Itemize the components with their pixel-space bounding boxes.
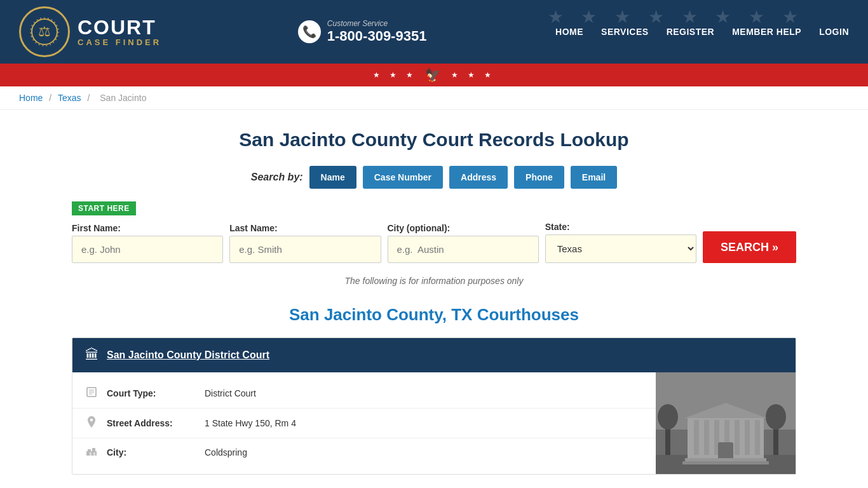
courthouse-name-link[interactable]: San Jacinto County District Court xyxy=(107,349,269,361)
detail-row-type: Court Type: District Court xyxy=(72,379,656,409)
eagle-bar: ★ ★ ★ 🦅 ★ ★ ★ xyxy=(0,64,868,86)
logo-emblem: ⚖ xyxy=(19,6,70,57)
first-name-input[interactable] xyxy=(72,236,223,263)
first-name-label: First Name: xyxy=(72,223,223,233)
nav-login[interactable]: LOGIN xyxy=(819,27,849,37)
address-value: 1 State Hwy 150, Rm 4 xyxy=(205,418,296,428)
tab-name[interactable]: Name xyxy=(309,166,356,189)
phone-label: Customer Service xyxy=(327,19,427,28)
state-select[interactable]: Texas Alabama Alaska Arizona Arkansas Ca… xyxy=(545,234,696,263)
search-form-row: First Name: Last Name: City (optional): … xyxy=(72,222,796,263)
city-input[interactable] xyxy=(388,236,539,263)
courthouse-details: Court Type: District Court Street Addres… xyxy=(72,372,656,474)
last-name-group: Last Name: xyxy=(229,223,381,263)
courthouses-title: San Jacinto County, TX Courthouses xyxy=(72,305,796,325)
courthouse-card: 🏛 San Jacinto County District Court Cour… xyxy=(72,337,796,475)
address-icon xyxy=(85,416,98,430)
info-note: The following is for information purpose… xyxy=(72,276,796,286)
svg-rect-9 xyxy=(88,449,91,452)
search-button[interactable]: SEARCH » xyxy=(703,231,796,263)
svg-rect-10 xyxy=(92,448,95,452)
svg-text:⚖: ⚖ xyxy=(38,24,51,39)
court-type-value: District Court xyxy=(205,388,256,398)
main-nav: HOME SERVICES REGISTER MEMBER HELP LOGIN xyxy=(555,27,849,37)
svg-rect-33 xyxy=(656,372,796,474)
court-type-icon xyxy=(85,386,98,400)
courthouse-header: 🏛 San Jacinto County District Court xyxy=(72,338,796,372)
eagle-icon: 🦅 xyxy=(425,67,444,83)
city-label: City (optional): xyxy=(388,223,539,233)
detail-row-address: Street Address: 1 State Hwy 150, Rm 4 xyxy=(72,409,656,438)
courthouse-image xyxy=(656,372,796,474)
stars-right: ★ ★ ★ xyxy=(451,71,496,79)
phone-icon: 📞 xyxy=(298,20,321,43)
site-header: ⚖ COURT CASE FINDER 📞 Customer Service 1… xyxy=(0,0,868,64)
nav-home[interactable]: HOME xyxy=(555,27,583,37)
breadcrumb-sep-1: / xyxy=(49,93,54,103)
breadcrumb: Home / Texas / San Jacinto xyxy=(0,86,868,110)
city-value: Coldspring xyxy=(205,447,247,458)
tab-case-number[interactable]: Case Number xyxy=(363,166,443,189)
stars-left: ★ ★ ★ xyxy=(373,71,417,79)
eagle-center: ★ ★ ★ 🦅 ★ ★ ★ xyxy=(373,67,495,83)
city-icon xyxy=(85,446,98,459)
nav-register[interactable]: REGISTER xyxy=(667,27,715,37)
search-by-row: Search by: Name Case Number Address Phon… xyxy=(72,166,796,189)
tab-email[interactable]: Email xyxy=(571,166,617,189)
logo-text: COURT CASE FINDER xyxy=(70,12,169,52)
svg-rect-12 xyxy=(93,452,95,456)
start-here-badge: START HERE xyxy=(72,201,136,215)
tab-address[interactable]: Address xyxy=(449,166,508,189)
court-type-label: Court Type: xyxy=(107,388,196,398)
city-label-detail: City: xyxy=(107,447,196,458)
breadcrumb-home[interactable]: Home xyxy=(19,93,43,103)
detail-row-city: City: Coldspring xyxy=(72,438,656,466)
state-label: State: xyxy=(545,222,696,232)
main-content: San Jacinto County Court Records Lookup … xyxy=(53,110,815,488)
last-name-input[interactable] xyxy=(229,236,381,263)
courthouse-icon: 🏛 xyxy=(85,347,99,363)
last-name-label: Last Name: xyxy=(229,223,381,233)
search-by-label: Search by: xyxy=(251,172,303,183)
logo-area: ⚖ COURT CASE FINDER xyxy=(19,6,169,57)
logo-subtitle: CASE FINDER xyxy=(78,37,161,47)
breadcrumb-state[interactable]: Texas xyxy=(58,93,81,103)
city-group: City (optional): xyxy=(388,223,539,263)
nav-member-help[interactable]: MEMBER HELP xyxy=(732,27,801,37)
breadcrumb-sep-2: / xyxy=(88,93,93,103)
svg-point-7 xyxy=(90,419,93,421)
phone-number: 1-800-309-9351 xyxy=(327,28,427,44)
phone-area: 📞 Customer Service 1-800-309-9351 xyxy=(298,19,427,44)
address-label: Street Address: xyxy=(107,418,196,428)
svg-rect-11 xyxy=(90,452,92,456)
nav-services[interactable]: SERVICES xyxy=(601,27,649,37)
page-title: San Jacinto County Court Records Lookup xyxy=(72,129,796,151)
phone-info: Customer Service 1-800-309-9351 xyxy=(327,19,427,44)
logo-court-label: COURT xyxy=(78,17,156,37)
breadcrumb-county: San Jacinto xyxy=(100,93,146,103)
first-name-group: First Name: xyxy=(72,223,223,263)
courthouse-body: Court Type: District Court Street Addres… xyxy=(72,372,796,474)
state-group: State: Texas Alabama Alaska Arizona Arka… xyxy=(545,222,696,263)
tab-phone[interactable]: Phone xyxy=(514,166,564,189)
